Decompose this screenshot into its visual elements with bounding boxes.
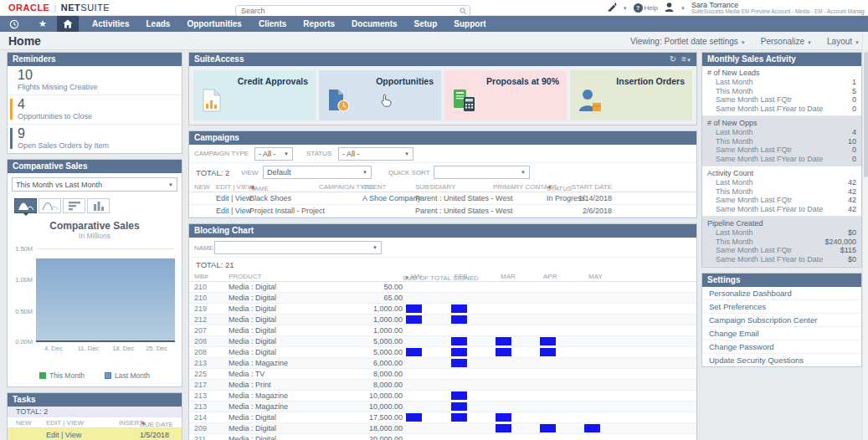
kpi-value: 42 (848, 178, 856, 187)
suiteaccess-header: SuiteAccess ↻ ≡▼ (189, 53, 696, 66)
reminder-flights-missing-creative[interactable]: 10 Flights Missing Creative (8, 66, 182, 95)
kpi-value: 42 (848, 187, 856, 197)
settings-link-set-preferences[interactable]: Set Preferences (702, 300, 861, 314)
settings-link-personalize-dashboard[interactable]: Personalize Dashboard (702, 287, 861, 300)
nav-item-leads[interactable]: Leads (137, 16, 178, 32)
search-input[interactable] (235, 5, 470, 17)
table-row: 209Media : Digital18,000.00 (189, 423, 696, 434)
kpi-value: 10 (848, 137, 856, 146)
settings-link-change-password[interactable]: Change Password (702, 340, 861, 354)
name-filter-label: NAME (194, 244, 213, 252)
nav-item-activities[interactable]: Activities (84, 16, 137, 32)
settings-header: Settings (702, 274, 861, 287)
schedule-bar (406, 348, 422, 356)
nav-item-clients[interactable]: Clients (250, 16, 295, 32)
tasks-column-headers: NEW EDIT | VIEW INSERT DUE DATE▲▼ (8, 417, 182, 428)
campaign-client-link[interactable]: A Shoe Company (362, 194, 421, 202)
create-new-icon[interactable] (606, 1, 617, 16)
page-scrollbar[interactable] (862, 32, 868, 440)
kpi-value: 4 (852, 128, 856, 137)
kpi-value: 42 (848, 205, 856, 214)
campaign-type-select[interactable]: - All -▼ (254, 147, 293, 161)
settings-link-update-security-questions[interactable]: Update Security Questions (702, 354, 861, 366)
filter-icon[interactable]: ▼ (250, 185, 255, 190)
nav-item-reports[interactable]: Reports (295, 16, 343, 32)
nav-item-setup[interactable]: Setup (406, 16, 446, 32)
oracle-netsuite-logo: ORACLE|NETSUITE (8, 0, 110, 16)
chevron-down-icon: ▼ (741, 40, 746, 45)
horizontal-bar-chart-button[interactable] (63, 198, 85, 213)
schedule-bar (451, 391, 467, 400)
personalize-dropdown[interactable]: Personalize▼ (761, 37, 812, 46)
kpi-value: 1 (852, 78, 856, 87)
shortcuts-star-icon[interactable]: ★ (28, 16, 57, 32)
schedule-bar (406, 413, 422, 422)
campaign-edit-view-link[interactable]: Edit | View (216, 194, 251, 202)
opportunities-card[interactable]: Opportunities (319, 70, 441, 120)
logo-separator: | (54, 3, 56, 13)
schedule-bar (540, 348, 556, 356)
viewing-portlet-date-settings-dropdown[interactable]: Viewing: Portlet date settings▼ (630, 37, 746, 46)
table-row: 225Media : TV8,000.00 (189, 369, 696, 380)
blocking-chart-column-headers: MB# PRODUCT SUM OF TOTAL SIGNED▲ JAN FEB… (189, 271, 696, 282)
table-row: 210Media : Digital50.00 (189, 282, 696, 293)
reminder-opportunities-to-close[interactable]: 4 Opportunities to Close (8, 95, 182, 125)
kpi-value: 0 (852, 105, 856, 114)
nav-item-opportunities[interactable]: Opportunities (178, 16, 250, 32)
help-icon[interactable]: ? (634, 3, 643, 13)
campaign-row: Edit | View Project Install - Project Pa… (189, 205, 696, 217)
user-icon[interactable] (664, 1, 675, 16)
reminder-open-sales-orders[interactable]: 9 Open Sales Orders by Item (8, 125, 182, 153)
settings-portlet: Settings Personalize Dashboard Set Prefe… (701, 273, 862, 367)
settings-link-change-email[interactable]: Change Email (702, 327, 861, 340)
kpi-group-pipeline-created: Pipeline Created Last Month$0 This Month… (702, 217, 861, 267)
layout-dropdown[interactable]: Layout▼ (827, 37, 860, 46)
schedule-bar (451, 359, 467, 367)
campaign-name: Project Install - Project (249, 207, 325, 215)
user-menu-caret-icon[interactable]: ▼ (681, 6, 686, 11)
insertion-orders-card[interactable]: Insertion Orders (570, 70, 692, 120)
tasks-total: TOTAL: 2 (8, 407, 182, 417)
create-new-caret-icon[interactable]: ▼ (623, 6, 628, 11)
kpi-value: 5 (852, 87, 856, 96)
kpi-value: $0 (848, 255, 856, 264)
line-chart-button[interactable] (39, 198, 61, 213)
proposals-at-90-card[interactable]: Proposals at 90% (444, 70, 567, 120)
chart-legend: This Month Last Month (8, 371, 182, 380)
portlet-menu-icon[interactable]: ≡▼ (681, 53, 691, 67)
column-chart-button[interactable] (87, 198, 110, 213)
credit-approvals-card[interactable]: Credit Approvals (193, 70, 316, 120)
status-filter-select[interactable]: - All -▼ (338, 147, 413, 161)
this-month-swatch (39, 372, 46, 379)
chevron-down-icon: ▼ (855, 40, 860, 45)
schedule-bar (451, 337, 467, 345)
campaigns-header: Campaigns (189, 131, 696, 145)
blocking-chart-rows: 210Media : Digital50.00 210Media : Digit… (189, 282, 696, 440)
document-clock-icon (327, 89, 350, 115)
help-button[interactable]: ? Help (634, 3, 658, 13)
user-info[interactable]: Sara Torrance SuiteSuccess Media EM Prev… (691, 2, 865, 15)
name-filter-select[interactable]: ▼ (214, 241, 382, 254)
comparative-range-select[interactable]: This Month vs Last Month ▼ (12, 177, 177, 192)
campaign-start-date: 2/6/2018 (562, 207, 612, 215)
view-select[interactable]: Default▼ (263, 166, 372, 179)
quick-sort-select[interactable]: ▼ (434, 166, 530, 179)
nav-item-support[interactable]: Support (445, 16, 494, 32)
task-edit-view-link[interactable]: Edit | View (46, 431, 81, 439)
nav-item-documents[interactable]: Documents (343, 16, 405, 32)
netsuite-logo: NET (61, 3, 81, 13)
settings-link-campaign-subscription-center[interactable]: Campaign Subscription Center (702, 314, 861, 327)
campaign-subsidiary: Parent : United States - West (415, 194, 512, 202)
x-tick: 4. Dec (44, 345, 63, 352)
recent-records-icon[interactable] (0, 16, 28, 32)
scrollbar-thumb[interactable] (864, 52, 868, 177)
last-month-area-series (36, 258, 175, 340)
home-icon[interactable] (57, 16, 79, 32)
area-chart-button[interactable] (14, 198, 37, 213)
filter-icon[interactable]: ▼ (547, 185, 552, 190)
filter-icon[interactable]: ▼ (141, 421, 146, 426)
kpi-value: 0 (852, 95, 856, 105)
refresh-icon[interactable]: ↻ (670, 53, 676, 66)
dashboard-content: Reminders 10 Flights Missing Creative 4 … (0, 50, 868, 440)
campaign-edit-view-link[interactable]: Edit | View (216, 207, 251, 215)
